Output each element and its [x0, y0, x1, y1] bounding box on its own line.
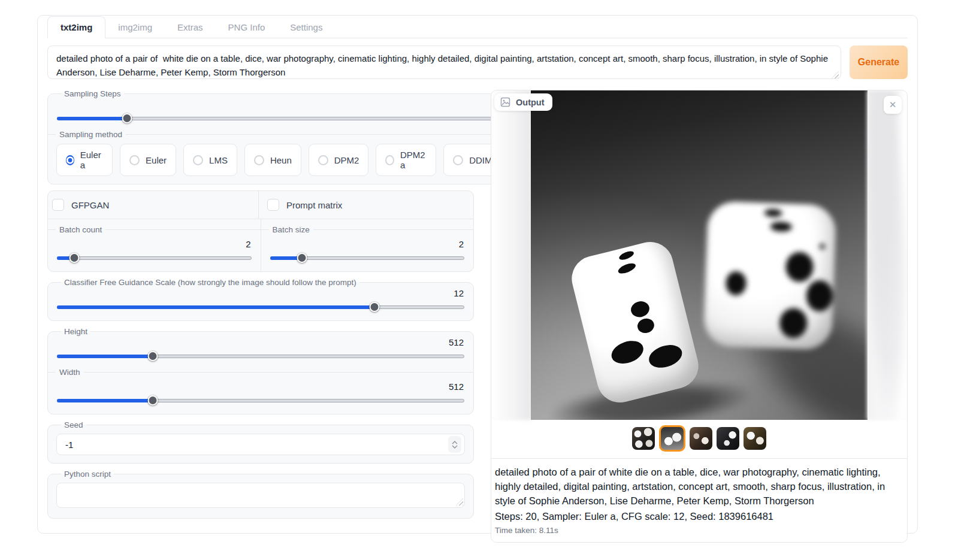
tab-PNG Info[interactable]: PNG Info — [216, 17, 278, 38]
slider-handle[interactable] — [147, 351, 158, 361]
output-params: Steps: 20, Sampler: Euler a, CFG scale: … — [495, 510, 903, 524]
prompt-row: Generate — [47, 46, 908, 81]
radio-lms[interactable]: LMS — [183, 144, 237, 176]
prompt-matrix-label: Prompt matrix — [286, 200, 342, 210]
output-caption: detailed photo of a pair of white die on… — [495, 465, 903, 508]
height-label: Height — [61, 327, 90, 336]
tab-img2img[interactable]: img2img — [105, 17, 165, 38]
radio-dpm2[interactable]: DPM2 — [309, 144, 369, 176]
tab-txt2img[interactable]: txt2img — [47, 16, 105, 38]
batch-size-value: 2 — [270, 239, 464, 249]
slider-handle[interactable] — [297, 253, 307, 263]
image-preview[interactable] — [491, 90, 907, 420]
thumbnail-result-3[interactable] — [690, 427, 712, 450]
radio-euler[interactable]: Euler — [120, 144, 176, 176]
close-icon[interactable]: ✕ — [884, 96, 902, 114]
cfg-panel: Classifier Free Guidance Scale (how stro… — [47, 278, 474, 321]
output-column: Output ✕ — [491, 89, 908, 543]
generated-image[interactable] — [531, 90, 868, 420]
preview-backdrop-right — [867, 90, 907, 420]
thumbnail-result-5[interactable] — [744, 427, 766, 450]
batch-count-value: 2 — [56, 239, 251, 249]
thumbnail-strip — [491, 420, 907, 458]
slider-handle[interactable] — [147, 395, 158, 405]
radio-dot-icon — [254, 155, 264, 165]
radio-heun[interactable]: Heun — [244, 144, 301, 176]
python-script-input[interactable] — [56, 483, 465, 508]
batch-size-label: Batch size — [261, 225, 474, 234]
die-focused — [567, 237, 703, 407]
output-panel: Output ✕ — [491, 90, 908, 543]
tab-Settings[interactable]: Settings — [277, 17, 335, 38]
width-slider[interactable] — [57, 395, 464, 406]
python-script-label: Python script — [61, 470, 114, 479]
seed-label: Seed — [61, 420, 86, 429]
controls-column: Sampling Steps 20 Sampling method Euler … — [47, 89, 474, 543]
thumbnail-result-2[interactable] — [659, 425, 685, 452]
batch-panel: GFPGAN Prompt matrix Batch count 2 — [47, 190, 474, 272]
slider-handle[interactable] — [370, 302, 380, 312]
seed-stepper[interactable] — [448, 436, 461, 453]
gfpgan-checkbox[interactable] — [52, 199, 64, 211]
image-icon — [500, 97, 510, 107]
seed-panel: Seed — [47, 420, 474, 464]
app-window: txt2imgimg2imgExtrasPNG InfoSettings Gen… — [37, 15, 918, 534]
thumbnail-result-1[interactable] — [632, 427, 655, 450]
width-label: Width — [48, 368, 473, 377]
gfpgan-option[interactable]: GFPGAN — [48, 191, 259, 219]
prompt-matrix-checkbox[interactable] — [267, 199, 279, 211]
size-panel: Height 512 Width 512 — [47, 327, 474, 414]
output-label: Output — [516, 98, 545, 107]
batch-count-label: Batch count — [48, 225, 261, 234]
cfg-slider[interactable] — [57, 301, 464, 313]
output-time-taken: Time taken: 8.11s — [495, 526, 903, 535]
sampling-steps-label: Sampling Steps — [61, 89, 124, 98]
preview-backdrop-left — [491, 90, 531, 420]
generate-button[interactable]: Generate — [850, 46, 908, 79]
output-info: detailed photo of a pair of white die on… — [491, 458, 907, 542]
radio-label: DDIM — [469, 155, 492, 165]
seed-input[interactable] — [57, 440, 448, 450]
radio-label: Euler — [146, 155, 167, 165]
radio-label: LMS — [209, 155, 228, 165]
python-script-panel: Python script — [47, 470, 474, 519]
radio-label: Heun — [270, 155, 292, 165]
radio-dot-icon — [66, 155, 74, 165]
gfpgan-label: GFPGAN — [71, 200, 109, 210]
width-value: 512 — [56, 382, 464, 392]
radio-dpm2-a[interactable]: DPM2 a — [376, 144, 436, 176]
slider-handle[interactable] — [69, 253, 80, 263]
radio-label: Euler a — [80, 150, 103, 170]
tab-Extras[interactable]: Extras — [165, 17, 216, 38]
tab-bar: txt2imgimg2imgExtrasPNG InfoSettings — [47, 16, 908, 38]
radio-dot-icon — [193, 155, 203, 165]
radio-dot-icon — [318, 155, 328, 165]
radio-dot-icon — [453, 155, 463, 165]
radio-euler-a[interactable]: Euler a — [56, 144, 113, 176]
height-value: 512 — [56, 337, 464, 347]
prompt-matrix-option[interactable]: Prompt matrix — [259, 191, 473, 219]
prompt-input[interactable] — [47, 46, 841, 79]
height-slider[interactable] — [57, 350, 464, 362]
thumbnail-result-4[interactable] — [717, 427, 739, 450]
batch-count-slider[interactable] — [57, 252, 252, 264]
cfg-label: Classifier Free Guidance Scale (how stro… — [61, 278, 359, 287]
output-header: Output — [494, 93, 552, 111]
slider-handle[interactable] — [122, 113, 132, 123]
radio-dot-icon — [129, 155, 140, 165]
radio-label: DPM2 — [334, 155, 359, 165]
radio-label: DPM2 a — [400, 150, 427, 170]
die-blurred — [703, 201, 836, 350]
radio-dot-icon — [385, 155, 394, 165]
cfg-value: 12 — [56, 288, 464, 298]
batch-size-slider[interactable] — [270, 252, 465, 264]
